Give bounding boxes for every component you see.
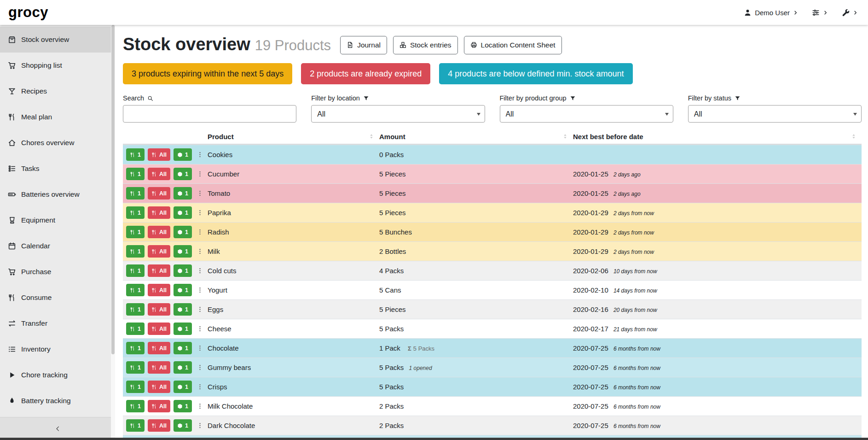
admin-menu[interactable] <box>842 9 858 17</box>
sidebar-item-equipment[interactable]: Equipment <box>0 207 115 233</box>
row-menu-button[interactable] <box>195 247 205 256</box>
sidebar-scrollbar[interactable] <box>111 25 115 440</box>
consume-one-button[interactable]: 1 <box>126 419 145 432</box>
status-select[interactable]: All <box>689 106 861 122</box>
row-menu-button[interactable] <box>195 382 205 391</box>
consume-one-button[interactable]: 1 <box>126 284 145 296</box>
consume-one-button[interactable]: 1 <box>126 323 145 335</box>
consume-all-button[interactable]: All <box>148 323 170 335</box>
consume-all-button[interactable]: All <box>148 419 170 432</box>
consume-all-button[interactable]: All <box>148 168 170 180</box>
row-menu-button[interactable] <box>195 421 205 430</box>
stock-entries-button[interactable]: Stock entries <box>393 36 458 54</box>
consume-all-button[interactable]: All <box>148 400 170 412</box>
consume-all-button[interactable]: All <box>148 148 170 161</box>
sidebar-item-consume[interactable]: Consume <box>0 285 115 311</box>
scrollbar-thumb[interactable] <box>111 25 115 354</box>
search-input[interactable] <box>123 106 296 122</box>
row-menu-button[interactable] <box>195 363 205 372</box>
open-one-button[interactable]: 1 <box>174 148 192 161</box>
open-one-button[interactable]: 1 <box>174 245 192 258</box>
consume-all-button[interactable]: All <box>148 187 170 199</box>
open-one-button[interactable]: 1 <box>174 168 192 180</box>
row-menu-button[interactable] <box>195 228 205 236</box>
consume-all-button[interactable]: All <box>148 264 170 277</box>
sidebar-item-transfer[interactable]: Transfer <box>0 311 115 336</box>
sidebar-item-inventory[interactable]: Inventory <box>0 336 115 362</box>
column-product[interactable]: Product <box>208 129 379 144</box>
consume-one-button[interactable]: 1 <box>126 342 145 354</box>
row-menu-button[interactable] <box>195 170 205 178</box>
banner-info[interactable]: 4 products are below defined min. stock … <box>439 63 632 84</box>
sidebar-item-batteries-overview[interactable]: Batteries overview <box>0 182 115 207</box>
consume-one-button[interactable]: 1 <box>126 400 145 412</box>
sidebar-item-recipes[interactable]: Recipes <box>0 78 115 104</box>
sidebar-item-chores-overview[interactable]: Chores overview <box>0 130 115 156</box>
row-menu-button[interactable] <box>195 324 205 333</box>
open-one-button[interactable]: 1 <box>174 284 192 296</box>
consume-one-button[interactable]: 1 <box>126 245 145 258</box>
journal-button[interactable]: Journal <box>340 36 387 54</box>
sidebar-item-calendar[interactable]: Calendar <box>0 233 115 259</box>
dots-vertical-icon <box>197 248 203 255</box>
product-group-select[interactable]: All <box>500 106 673 122</box>
open-one-button[interactable]: 1 <box>174 264 192 277</box>
row-menu-button[interactable] <box>195 344 205 352</box>
consume-one-button[interactable]: 1 <box>126 226 145 238</box>
row-menu-button[interactable] <box>195 402 205 411</box>
open-one-button[interactable]: 1 <box>174 419 192 432</box>
row-menu-button[interactable] <box>195 266 205 275</box>
sidebar-item-tasks[interactable]: Tasks <box>0 156 115 182</box>
consume-all-button[interactable]: All <box>148 245 170 258</box>
location-select[interactable]: All <box>312 106 484 122</box>
open-one-button[interactable]: 1 <box>174 342 192 354</box>
consume-one-button[interactable]: 1 <box>126 168 145 180</box>
sidebar-item-meal-plan[interactable]: Meal plan <box>0 104 115 130</box>
open-one-button[interactable]: 1 <box>174 303 192 316</box>
sidebar-item-stock-overview[interactable]: Stock overview <box>0 27 115 53</box>
settings-menu[interactable] <box>812 9 828 17</box>
consume-all-button[interactable]: All <box>148 361 170 374</box>
sidebar-collapse-button[interactable] <box>0 417 115 440</box>
open-one-button[interactable]: 1 <box>174 400 192 412</box>
open-one-button[interactable]: 1 <box>174 226 192 238</box>
banner-warning[interactable]: 3 products expiring within the next 5 da… <box>123 63 292 84</box>
open-one-button[interactable]: 1 <box>174 206 192 219</box>
user-menu[interactable]: Demo User <box>744 9 798 17</box>
sidebar-item-chore-tracking[interactable]: Chore tracking <box>0 362 115 388</box>
main-content: Stock overview19 Products Journal Stock … <box>115 25 868 440</box>
open-one-button[interactable]: 1 <box>174 187 192 199</box>
consume-all-button[interactable]: All <box>148 206 170 219</box>
product-cell: Dark Chocolate <box>208 422 379 429</box>
consume-one-button[interactable]: 1 <box>126 206 145 219</box>
consume-all-button[interactable]: All <box>148 226 170 238</box>
banner-danger[interactable]: 2 products are already expired <box>301 63 430 84</box>
sidebar-item-purchase[interactable]: Purchase <box>0 259 115 285</box>
consume-all-button[interactable]: All <box>148 342 170 354</box>
consume-all-button[interactable]: All <box>148 303 170 316</box>
box-icon <box>8 35 16 44</box>
consume-one-button[interactable]: 1 <box>126 361 145 374</box>
open-one-button[interactable]: 1 <box>174 381 192 393</box>
consume-one-button[interactable]: 1 <box>126 264 145 277</box>
consume-one-button[interactable]: 1 <box>126 187 145 199</box>
consume-all-button[interactable]: All <box>148 381 170 393</box>
location-content-sheet-button[interactable]: Location Content Sheet <box>464 36 562 54</box>
utensils-icon <box>130 404 135 409</box>
open-one-button[interactable]: 1 <box>174 323 192 335</box>
consume-all-button[interactable]: All <box>148 284 170 296</box>
consume-one-button[interactable]: 1 <box>126 148 145 161</box>
consume-one-button[interactable]: 1 <box>126 381 145 393</box>
row-menu-button[interactable] <box>195 305 205 314</box>
app-logo[interactable]: grocy <box>8 4 48 21</box>
row-menu-button[interactable] <box>195 150 205 159</box>
consume-one-button[interactable]: 1 <box>126 303 145 316</box>
row-menu-button[interactable] <box>195 286 205 294</box>
column-amount[interactable]: Amount <box>379 129 573 144</box>
sidebar-item-battery-tracking[interactable]: Battery tracking <box>0 388 115 414</box>
column-bbd[interactable]: Next best before date <box>573 129 862 144</box>
row-menu-button[interactable] <box>195 208 205 217</box>
open-one-button[interactable]: 1 <box>174 361 192 374</box>
row-menu-button[interactable] <box>195 189 205 198</box>
sidebar-item-shopping-list[interactable]: Shopping list <box>0 53 115 78</box>
